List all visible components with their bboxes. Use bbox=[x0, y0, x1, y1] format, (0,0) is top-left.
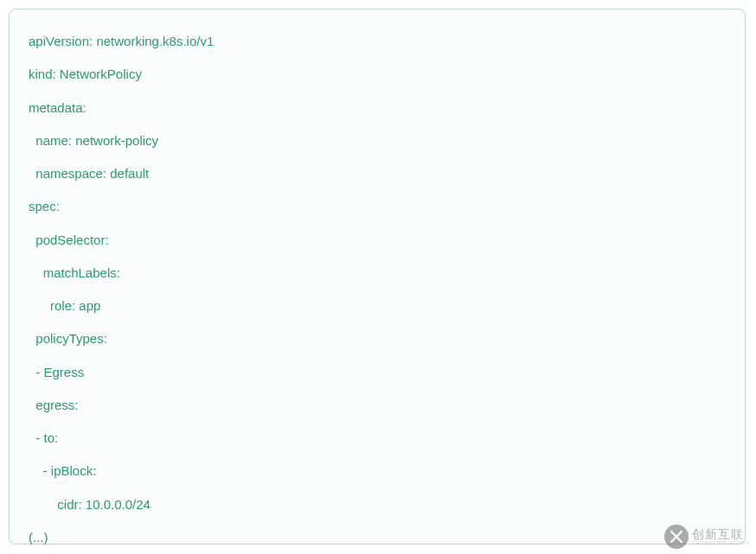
watermark-logo-icon bbox=[664, 525, 689, 549]
watermark-en-text: CHUANG XIN HULIAN bbox=[692, 540, 749, 545]
code-line: kind: NetworkPolicy bbox=[29, 58, 726, 91]
code-line: (...) bbox=[29, 521, 726, 554]
code-line: - ipBlock: bbox=[29, 455, 726, 487]
code-line: spec: bbox=[29, 190, 726, 223]
svg-point-0 bbox=[674, 535, 678, 539]
code-line: - Egress bbox=[29, 356, 726, 389]
watermark-cn-text: 创新互联 bbox=[692, 528, 749, 540]
code-line: name: network-policy bbox=[29, 124, 726, 157]
code-line: policyTypes: bbox=[29, 322, 726, 355]
watermark-text: 创新互联 CHUANG XIN HULIAN bbox=[692, 528, 749, 545]
code-block: apiVersion: networking.k8s.io/v1 kind: N… bbox=[9, 9, 746, 544]
code-line: role: app bbox=[29, 290, 726, 322]
watermark: 创新互联 CHUANG XIN HULIAN bbox=[664, 525, 749, 549]
code-line: egress: bbox=[29, 389, 726, 422]
code-line: apiVersion: networking.k8s.io/v1 bbox=[29, 25, 726, 58]
code-line: namespace: default bbox=[29, 157, 726, 190]
code-line: metadata: bbox=[29, 92, 726, 124]
code-line: podSelector: bbox=[29, 224, 726, 257]
code-line: - to: bbox=[29, 422, 726, 455]
code-line: cidr: 10.0.0.0/24 bbox=[29, 488, 726, 521]
code-line: matchLabels: bbox=[29, 257, 726, 290]
